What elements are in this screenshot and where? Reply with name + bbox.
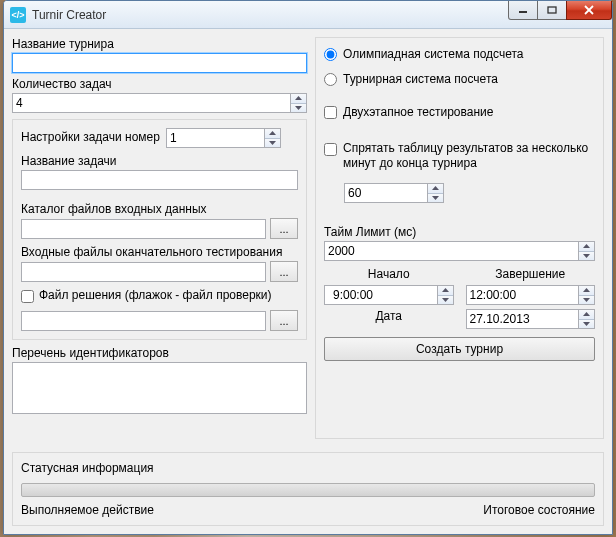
hide-minutes-down[interactable] [428,193,443,203]
date-up[interactable] [579,310,594,319]
window-title: Turnir Creator [32,8,509,22]
scoring-olympiad-radio[interactable] [324,48,337,61]
minimize-button[interactable] [508,1,538,20]
date-down[interactable] [579,319,594,329]
client-area: Название турнира Количество задач Настро… [4,29,612,534]
tasks-count-down[interactable] [291,103,306,113]
svg-marker-6 [269,131,276,135]
task-settings-group: Настройки задачи номер Название задачи К… [12,119,307,340]
input-dir-label: Каталог файлов входных данных [21,202,298,216]
hide-table-checkbox[interactable] [324,143,337,156]
solution-file-checkbox[interactable] [21,290,34,303]
status-action-label: Выполняемое действие [21,503,154,517]
svg-marker-14 [583,288,590,292]
start-time-down[interactable] [438,295,453,305]
svg-marker-4 [295,96,302,100]
task-settings-label: Настройки задачи номер [21,130,160,144]
svg-marker-17 [583,322,590,326]
status-final-label: Итоговое состояние [483,503,595,517]
titlebar[interactable]: </> Turnir Creator [4,1,612,29]
right-panel: Олимпиадная система подсчета Турнирная с… [315,37,604,439]
tasks-count-up[interactable] [291,94,306,103]
date-label: Дата [324,309,454,329]
svg-marker-5 [295,106,302,110]
app-window: </> Turnir Creator Название турнира Коли… [3,0,613,535]
create-tournament-button[interactable]: Создать турнир [324,337,595,361]
svg-marker-11 [583,254,590,258]
solution-file-browse-button[interactable]: ... [270,310,298,331]
end-time-down[interactable] [579,295,594,305]
start-label: Начало [324,267,454,281]
solution-file-label: Файл решения (флажок - файл проверки) [39,288,272,302]
maximize-button[interactable] [537,1,567,20]
two-stage-label: Двухэтапное тестирование [343,105,493,119]
hide-minutes-input[interactable] [344,183,428,203]
start-time-up[interactable] [438,286,453,295]
time-limit-up[interactable] [579,242,594,251]
status-title: Статусная информация [21,461,595,475]
end-time-input[interactable] [466,285,580,305]
svg-marker-16 [583,312,590,316]
final-files-input[interactable] [21,262,266,282]
time-limit-label: Тайм Лимит (мс) [324,225,595,239]
app-icon: </> [10,7,26,23]
close-button[interactable] [566,1,612,20]
tasks-count-input[interactable] [12,93,291,113]
time-limit-input[interactable] [324,241,579,261]
end-label: Завершение [466,267,596,281]
final-files-browse-button[interactable]: ... [270,261,298,282]
task-number-down[interactable] [265,138,280,148]
tournament-name-label: Название турнира [12,37,307,51]
svg-marker-12 [442,288,449,292]
start-time-input[interactable] [324,285,438,305]
end-time-up[interactable] [579,286,594,295]
svg-marker-8 [432,186,439,190]
tasks-count-label: Количество задач [12,77,307,91]
date-input[interactable] [466,309,580,329]
task-name-input[interactable] [21,170,298,190]
svg-marker-9 [432,196,439,200]
solution-file-input[interactable] [21,311,266,331]
svg-marker-7 [269,141,276,145]
scoring-tournament-label: Турнирная система посчета [343,72,498,86]
task-number-input[interactable] [166,128,265,148]
task-name-label: Название задачи [21,154,298,168]
hide-table-label: Спрятать таблицу результатов за нескольк… [343,141,595,171]
tournament-name-input[interactable] [12,53,307,73]
input-dir-browse-button[interactable]: ... [270,218,298,239]
svg-marker-13 [442,298,449,302]
svg-rect-1 [548,7,556,13]
hide-minutes-up[interactable] [428,184,443,193]
ids-label: Перечень идентификаторов [12,346,307,360]
scoring-olympiad-label: Олимпиадная система подсчета [343,47,524,61]
progress-bar [21,483,595,497]
scoring-tournament-radio[interactable] [324,73,337,86]
svg-marker-10 [583,244,590,248]
status-section: Статусная информация Выполняемое действи… [12,452,604,526]
task-number-up[interactable] [265,129,280,138]
input-dir-input[interactable] [21,219,266,239]
svg-marker-15 [583,298,590,302]
final-files-label: Входные файлы оканчательного тестировани… [21,245,298,259]
ids-textarea[interactable] [12,362,307,414]
time-limit-down[interactable] [579,251,594,261]
two-stage-checkbox[interactable] [324,106,337,119]
